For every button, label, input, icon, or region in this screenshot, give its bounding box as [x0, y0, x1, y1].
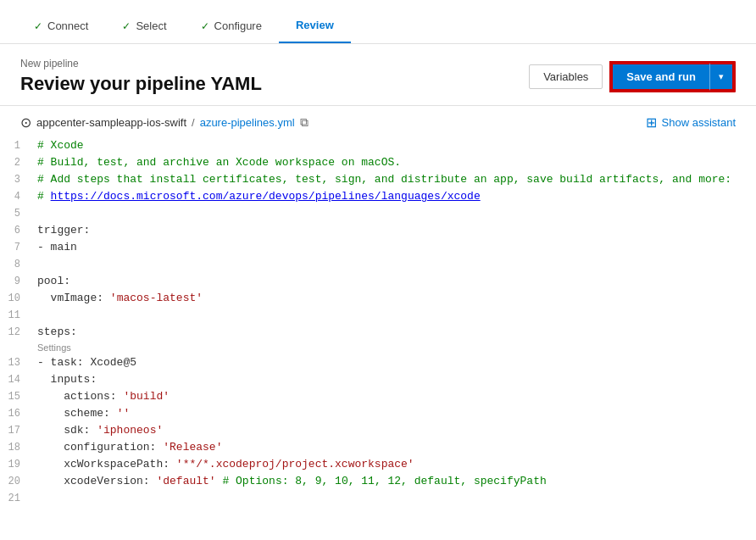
page-subtitle: New pipeline [20, 58, 262, 70]
line-content-2: # Build, test, and archive an Xcode work… [34, 154, 756, 171]
code-line-3: 3 # Add steps that install certificates,… [0, 171, 756, 188]
wizard-step-connect[interactable]: ✓ Connect [17, 11, 105, 42]
code-line-19: 19 xcWorkspacePath: '**/*.xcodeproj/proj… [0, 456, 756, 473]
save-run-wrapper: Save and run ▾ [609, 61, 736, 92]
line-num-3: 3 [0, 171, 34, 188]
code-line-4: 4 # https://docs.microsoft.com/azure/dev… [0, 188, 756, 205]
line-num-4: 4 [0, 188, 34, 205]
copy-icon[interactable]: ⧉ [300, 115, 309, 130]
line-content-12: steps: [34, 324, 756, 341]
repo-name: appcenter-sampleapp-ios-swift [36, 116, 186, 129]
line-content-4: # https://docs.microsoft.com/azure/devop… [34, 188, 756, 205]
line-num-14: 14 [0, 371, 34, 388]
line-content-14: inputs: [34, 371, 756, 388]
line-content-7: - main [34, 239, 756, 256]
wizard-step-configure-label: Configure [214, 19, 262, 32]
wizard-step-review[interactable]: Review [279, 10, 351, 43]
page-header: New pipeline Review your pipeline YAML V… [0, 44, 756, 106]
code-line-15: 15 actions: 'build' [0, 388, 756, 405]
code-line-14: 14 inputs: [0, 371, 756, 388]
line-num-5: 5 [0, 205, 34, 222]
code-editor: 1 # Xcode 2 # Build, test, and archive a… [0, 137, 756, 524]
line-num-11: 11 [0, 307, 34, 324]
filename[interactable]: azure-pipelines.yml [200, 116, 295, 129]
line-num-17: 17 [0, 422, 34, 439]
wizard-step-review-label: Review [296, 19, 334, 31]
line-num-16: 16 [0, 405, 34, 422]
line-num-9: 9 [0, 273, 34, 290]
code-line-20: 20 xcodeVersion: 'default' # Options: 8,… [0, 473, 756, 490]
line-content-3: # Add steps that install certificates, t… [34, 171, 756, 188]
page-header-right: Variables Save and run ▾ [529, 61, 736, 92]
code-line-10: 10 vmImage: 'macos-latest' [0, 290, 756, 307]
settings-label: Settings [0, 341, 756, 354]
code-line-21: 21 [0, 490, 756, 507]
line-content-10: vmImage: 'macos-latest' [34, 290, 756, 307]
filepath-separator: / [192, 116, 195, 129]
line-content-13: - task: Xcode@5 [34, 354, 756, 371]
page-header-left: New pipeline Review your pipeline YAML [20, 58, 262, 95]
wizard-steps: ✓ Connect ✓ Select ✓ Configure Review [0, 0, 756, 44]
code-line-1: 1 # Xcode [0, 137, 756, 154]
code-line-7: 7 - main [0, 239, 756, 256]
line-content-16: scheme: '' [34, 405, 756, 422]
code-line-11: 11 [0, 307, 756, 324]
line-content-17: sdk: 'iphoneos' [34, 422, 756, 439]
line-content-1: # Xcode [34, 137, 756, 154]
wizard-step-select[interactable]: ✓ Select [105, 11, 183, 42]
line-num-18: 18 [0, 439, 34, 456]
check-icon-connect: ✓ [34, 20, 42, 32]
line-num-13: 13 [0, 354, 34, 371]
line-content-15: actions: 'build' [34, 388, 756, 405]
line-content-20: xcodeVersion: 'default' # Options: 8, 9,… [34, 473, 756, 490]
line-content-9: pool: [34, 273, 756, 290]
line-num-15: 15 [0, 388, 34, 405]
line-content-6: trigger: [34, 222, 756, 239]
code-line-16: 16 scheme: '' [0, 405, 756, 422]
line-num-7: 7 [0, 239, 34, 256]
line-num-21: 21 [0, 490, 34, 507]
line-num-12: 12 [0, 324, 34, 341]
docs-link[interactable]: https://docs.microsoft.com/azure/devops/… [51, 190, 481, 203]
assistant-icon: ⊞ [646, 114, 657, 131]
code-line-13-wrapper: Settings 13 - task: Xcode@5 [0, 341, 756, 371]
wizard-step-select-label: Select [136, 19, 166, 32]
line-content-18: configuration: 'Release' [34, 439, 756, 456]
line-num-2: 2 [0, 154, 34, 171]
line-num-20: 20 [0, 473, 34, 490]
code-line-2: 2 # Build, test, and archive an Xcode wo… [0, 154, 756, 171]
code-line-8: 8 [0, 256, 756, 273]
github-icon: ⊙ [20, 114, 31, 131]
code-line-18: 18 configuration: 'Release' [0, 439, 756, 456]
save-and-run-dropdown-button[interactable]: ▾ [709, 63, 734, 91]
wizard-step-configure[interactable]: ✓ Configure [184, 11, 279, 42]
save-and-run-button[interactable]: Save and run [611, 63, 709, 91]
show-assistant-label: Show assistant [662, 116, 736, 129]
check-icon-select: ✓ [122, 20, 131, 32]
line-num-6: 6 [0, 222, 34, 239]
show-assistant-button[interactable]: ⊞ Show assistant [646, 114, 736, 131]
code-line-6: 6 trigger: [0, 222, 756, 239]
variables-button[interactable]: Variables [529, 64, 603, 89]
code-line-9: 9 pool: [0, 273, 756, 290]
line-num-19: 19 [0, 456, 34, 473]
code-line-5: 5 [0, 205, 756, 222]
line-num-8: 8 [0, 256, 34, 273]
code-line-17: 17 sdk: 'iphoneos' [0, 422, 756, 439]
check-icon-configure: ✓ [201, 20, 209, 32]
code-line-13: 13 - task: Xcode@5 [0, 354, 756, 371]
code-line-12: 12 steps: [0, 324, 756, 341]
page-title: Review your pipeline YAML [20, 73, 262, 95]
line-num-1: 1 [0, 137, 34, 154]
wizard-step-connect-label: Connect [47, 19, 88, 32]
line-num-10: 10 [0, 290, 34, 307]
line-content-19: xcWorkspacePath: '**/*.xcodeproj/project… [34, 456, 756, 473]
filepath-left: ⊙ appcenter-sampleapp-ios-swift / azure-… [20, 114, 309, 131]
filepath-bar: ⊙ appcenter-sampleapp-ios-swift / azure-… [0, 106, 756, 137]
